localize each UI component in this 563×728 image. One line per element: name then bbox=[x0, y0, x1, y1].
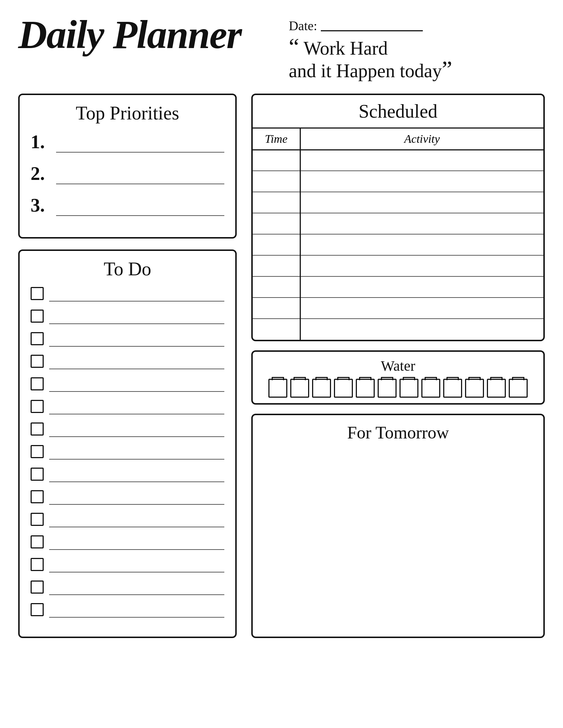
todo-checkbox[interactable] bbox=[31, 513, 44, 526]
schedule-row bbox=[253, 150, 543, 171]
schedule-time-cell[interactable] bbox=[253, 255, 300, 276]
priority-line-2[interactable] bbox=[56, 173, 224, 184]
schedule-header-row: Time Activity bbox=[253, 129, 543, 150]
todo-line[interactable] bbox=[49, 471, 224, 482]
priority-line-3[interactable] bbox=[56, 205, 224, 216]
date-input-line[interactable] bbox=[321, 20, 423, 31]
todo-item bbox=[31, 513, 224, 527]
quote-open: “ bbox=[289, 34, 299, 59]
todo-checkbox[interactable] bbox=[31, 535, 44, 548]
todo-item bbox=[31, 490, 224, 505]
schedule-activity-cell[interactable] bbox=[300, 171, 543, 192]
todo-checkbox[interactable] bbox=[31, 603, 44, 616]
todo-line[interactable] bbox=[49, 381, 224, 392]
todo-checkbox[interactable] bbox=[31, 558, 44, 571]
priority-item-3: 3. bbox=[31, 194, 224, 216]
water-cup-3[interactable] bbox=[312, 379, 331, 398]
water-cup-2[interactable] bbox=[290, 379, 309, 398]
schedule-time-cell[interactable] bbox=[253, 319, 300, 340]
schedule-activity-cell[interactable] bbox=[300, 298, 543, 319]
schedule-activity-cell[interactable] bbox=[300, 150, 543, 171]
water-cup-10[interactable] bbox=[465, 379, 484, 398]
todo-line[interactable] bbox=[49, 291, 224, 302]
schedule-time-cell[interactable] bbox=[253, 276, 300, 298]
schedule-activity-cell[interactable] bbox=[300, 319, 543, 340]
todo-item bbox=[31, 377, 224, 392]
todo-item bbox=[31, 468, 224, 482]
todo-line[interactable] bbox=[49, 313, 224, 324]
todo-item bbox=[31, 310, 224, 324]
schedule-time-cell[interactable] bbox=[253, 171, 300, 192]
todo-checkbox[interactable] bbox=[31, 377, 44, 390]
schedule-activity-cell[interactable] bbox=[300, 213, 543, 234]
schedule-row bbox=[253, 234, 543, 255]
page-title: Daily Planner bbox=[18, 15, 274, 55]
main-content: Top Priorities 1. 2. 3. bbox=[18, 94, 545, 638]
todo-line[interactable] bbox=[49, 562, 224, 572]
priorities-list: 1. 2. 3. bbox=[31, 131, 224, 216]
quote-close: ” bbox=[442, 56, 452, 82]
schedule-activity-cell[interactable] bbox=[300, 234, 543, 255]
priority-line-1[interactable] bbox=[56, 142, 224, 153]
todo-line[interactable] bbox=[49, 516, 224, 527]
todo-checkbox[interactable] bbox=[31, 310, 44, 323]
priority-number-1: 1. bbox=[31, 131, 52, 153]
todo-list bbox=[31, 287, 224, 618]
todo-line[interactable] bbox=[49, 404, 224, 414]
todo-checkbox[interactable] bbox=[31, 468, 44, 481]
schedule-row bbox=[253, 319, 543, 340]
todo-item bbox=[31, 558, 224, 572]
schedule-time-cell[interactable] bbox=[253, 234, 300, 255]
water-cup-7[interactable] bbox=[399, 379, 418, 398]
schedule-row bbox=[253, 255, 543, 276]
water-cup-5[interactable] bbox=[356, 379, 375, 398]
date-label: Date: bbox=[289, 18, 317, 34]
todo-line[interactable] bbox=[49, 607, 224, 618]
todo-line[interactable] bbox=[49, 539, 224, 550]
title-area: Daily Planner bbox=[18, 15, 274, 55]
water-cup-4[interactable] bbox=[334, 379, 353, 398]
water-cup-8[interactable] bbox=[421, 379, 440, 398]
schedule-row bbox=[253, 213, 543, 234]
schedule-col-activity: Activity bbox=[300, 129, 543, 150]
todo-section: To Do bbox=[18, 249, 237, 638]
scheduled-section: Scheduled Time Activity bbox=[251, 94, 545, 342]
schedule-time-cell[interactable] bbox=[253, 298, 300, 319]
water-cup-1[interactable] bbox=[268, 379, 287, 398]
todo-line[interactable] bbox=[49, 336, 224, 347]
todo-checkbox[interactable] bbox=[31, 332, 44, 345]
todo-checkbox[interactable] bbox=[31, 422, 44, 436]
todo-line[interactable] bbox=[49, 358, 224, 369]
water-cup-9[interactable] bbox=[443, 379, 462, 398]
schedule-time-cell[interactable] bbox=[253, 213, 300, 234]
todo-line[interactable] bbox=[49, 584, 224, 595]
schedule-activity-cell[interactable] bbox=[300, 192, 543, 213]
todo-item bbox=[31, 400, 224, 414]
todo-line[interactable] bbox=[49, 426, 224, 437]
todo-title: To Do bbox=[31, 258, 224, 280]
todo-checkbox[interactable] bbox=[31, 287, 44, 300]
top-priorities-section: Top Priorities 1. 2. 3. bbox=[18, 94, 237, 239]
schedule-time-cell[interactable] bbox=[253, 150, 300, 171]
water-cups bbox=[260, 379, 536, 398]
todo-item bbox=[31, 535, 224, 550]
schedule-time-cell[interactable] bbox=[253, 192, 300, 213]
water-cup-12[interactable] bbox=[509, 379, 528, 398]
schedule-activity-cell[interactable] bbox=[300, 276, 543, 298]
quote-text: “ Work Hardand it Happen today” bbox=[289, 37, 545, 83]
schedule-row bbox=[253, 171, 543, 192]
todo-checkbox[interactable] bbox=[31, 445, 44, 458]
schedule-activity-cell[interactable] bbox=[300, 255, 543, 276]
todo-checkbox[interactable] bbox=[31, 400, 44, 413]
schedule-row bbox=[253, 276, 543, 298]
water-cup-6[interactable] bbox=[378, 379, 397, 398]
todo-checkbox[interactable] bbox=[31, 581, 44, 594]
todo-checkbox[interactable] bbox=[31, 355, 44, 368]
priority-number-2: 2. bbox=[31, 163, 52, 184]
todo-line[interactable] bbox=[49, 494, 224, 505]
todo-line[interactable] bbox=[49, 449, 224, 460]
quote-body: Work Hardand it Happen today bbox=[289, 38, 442, 81]
todo-checkbox[interactable] bbox=[31, 490, 44, 503]
water-cup-11[interactable] bbox=[487, 379, 506, 398]
schedule-col-time: Time bbox=[253, 129, 300, 150]
